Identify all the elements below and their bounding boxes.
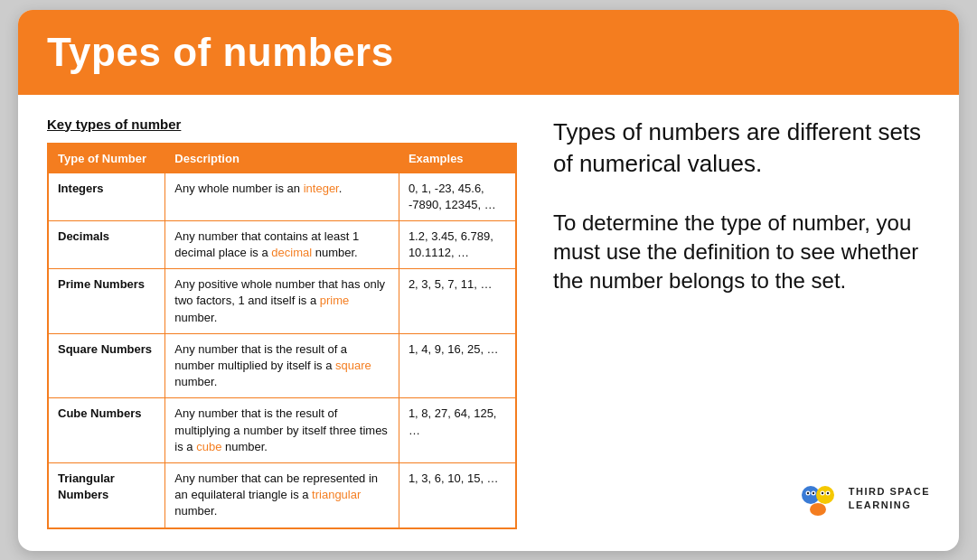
highlight-term: square xyxy=(335,359,371,372)
card: Types of numbers Key types of number Typ… xyxy=(18,10,959,551)
table-row: Square NumbersAny number that is the res… xyxy=(48,333,516,398)
cell-type: Decimals xyxy=(48,220,165,268)
table-row: Triangular NumbersAny number that can be… xyxy=(48,462,516,527)
cell-description: Any number that is the result of multipl… xyxy=(165,398,399,463)
section-title: Key types of number xyxy=(47,117,517,132)
table-row: Prime NumbersAny positive whole number t… xyxy=(48,269,516,334)
highlight-term: triangular xyxy=(312,488,361,501)
col-examples: Examples xyxy=(399,144,516,173)
cell-description: Any number that is the result of a numbe… xyxy=(165,333,399,398)
cell-description: Any whole number is an integer. xyxy=(165,173,399,220)
table-row: DecimalsAny number that contains at leas… xyxy=(48,220,516,268)
tsl-logo-icon xyxy=(796,477,840,520)
cell-examples: 2, 3, 5, 7, 11, … xyxy=(399,269,516,334)
col-description: Description xyxy=(165,144,399,173)
right-text-2: To determine the type of number, you mus… xyxy=(553,209,930,296)
cell-examples: 1, 4, 9, 16, 25, … xyxy=(399,333,516,398)
right-text-1: Types of numbers are different sets of n… xyxy=(553,117,930,180)
cell-type: Cube Numbers xyxy=(48,398,165,463)
left-column: Key types of number Type of Number Descr… xyxy=(47,117,517,529)
cell-description: Any positive whole number that has only … xyxy=(165,269,399,334)
highlight-term: decimal xyxy=(271,246,312,259)
cell-type: Prime Numbers xyxy=(48,269,165,334)
svg-point-1 xyxy=(816,486,834,504)
content-area: Key types of number Type of Number Descr… xyxy=(18,95,959,551)
cell-type: Triangular Numbers xyxy=(48,462,165,527)
highlight-term: cube xyxy=(196,440,221,453)
right-column: Types of numbers are different sets of n… xyxy=(553,117,930,529)
cell-description: Any number that contains at least 1 deci… xyxy=(165,220,399,268)
svg-point-10 xyxy=(827,491,829,493)
cell-description: Any number that can be represented in an… xyxy=(165,462,399,527)
header: Types of numbers xyxy=(18,10,959,95)
col-type: Type of Number xyxy=(48,144,165,173)
highlight-term: integer xyxy=(304,182,339,195)
highlight-term: prime xyxy=(320,294,350,307)
svg-point-9 xyxy=(822,491,823,493)
types-table: Type of Number Description Examples Inte… xyxy=(47,143,517,529)
cell-examples: 0, 1, -23, 45.6, -7890, 12345, … xyxy=(399,173,516,220)
cell-examples: 1, 3, 6, 10, 15, … xyxy=(399,462,516,527)
cell-type: Square Numbers xyxy=(48,333,165,398)
cell-examples: 1, 8, 27, 64, 125, … xyxy=(399,398,516,463)
page-title: Types of numbers xyxy=(47,30,930,75)
cell-examples: 1.2, 3.45, 6.789, 10.1112, … xyxy=(399,220,516,268)
svg-point-7 xyxy=(807,491,809,493)
table-row: Cube NumbersAny number that is the resul… xyxy=(48,398,516,463)
svg-point-2 xyxy=(810,503,826,516)
logo-line1: THIRD SPACE xyxy=(849,485,930,498)
svg-point-8 xyxy=(813,491,814,493)
logo-area: THIRD SPACE LEARNING xyxy=(553,477,930,520)
logo-text: THIRD SPACE LEARNING xyxy=(849,485,930,511)
cell-type: Integers xyxy=(48,173,165,220)
table-row: IntegersAny whole number is an integer.0… xyxy=(48,173,516,220)
logo-line2: LEARNING xyxy=(849,499,911,511)
